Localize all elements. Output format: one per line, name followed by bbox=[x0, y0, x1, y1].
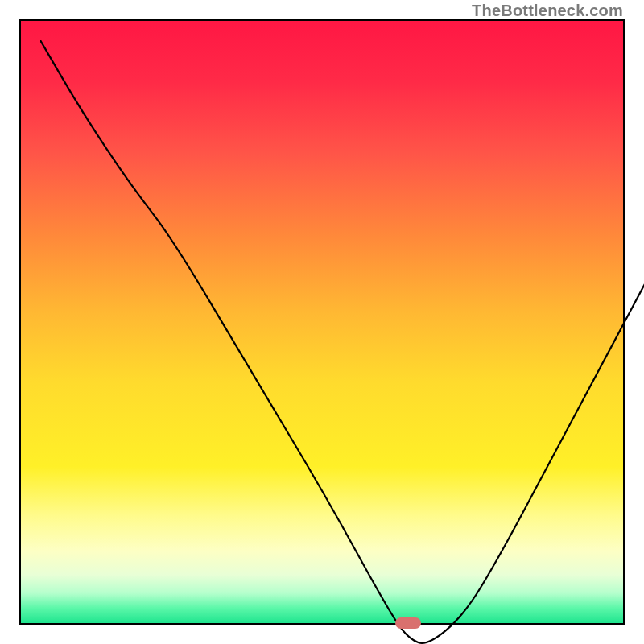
plot-background-gradient bbox=[21, 21, 623, 623]
watermark-text: TheBottleneck.com bbox=[472, 2, 623, 20]
chart-frame: TheBottleneck.com bbox=[0, 0, 644, 644]
plot-border bbox=[19, 19, 625, 625]
optimal-point-marker bbox=[395, 617, 421, 629]
